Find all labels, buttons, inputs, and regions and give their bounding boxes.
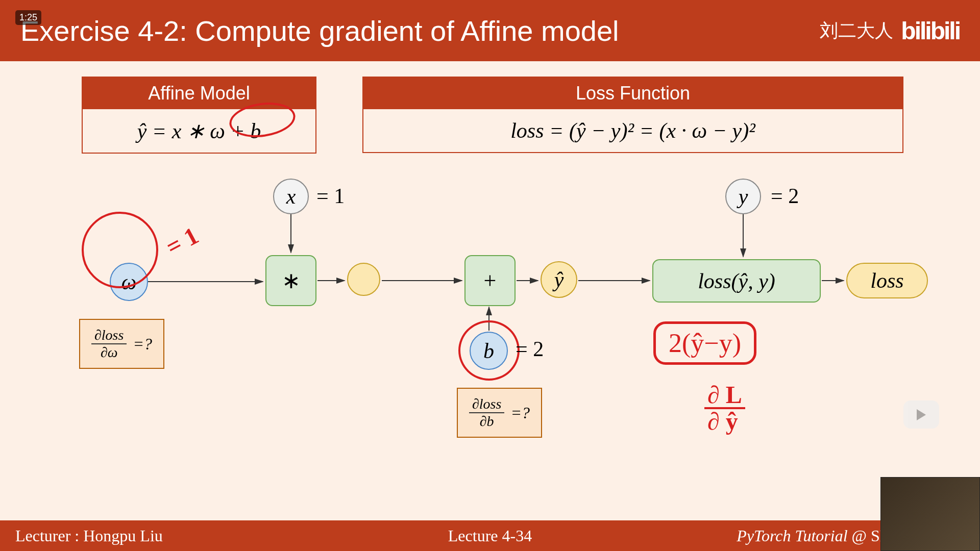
loss-header: Loss Function — [363, 78, 902, 109]
author-name: 刘二大人 — [820, 18, 893, 43]
op-multiply: ∗ — [265, 255, 316, 306]
value-b: = 2 — [516, 337, 544, 361]
annotation-circle-omega — [82, 212, 158, 288]
annotation-frac-top: ∂ L — [704, 383, 745, 409]
op-add: + — [464, 255, 516, 306]
loss-function-box: Loss Function loss = (ŷ − y)² = (x · ω −… — [362, 77, 903, 153]
loss-equation: loss = (ŷ − y)² = (x · ω − y)² — [363, 109, 902, 152]
op-lossfn: loss(ŷ, y) — [652, 259, 821, 303]
slide-content: Affine Model ŷ = x ∗ ω + b Loss Function… — [0, 61, 980, 520]
node-intermediate — [347, 263, 380, 296]
gradient-b-frac: ∂loss ∂b — [469, 396, 504, 430]
computation-graph: ω = 1 x = 1 ∗ + ŷ b = 2 y = 2 loss(ŷ, y)… — [0, 173, 980, 480]
gradient-w-frac: ∂loss ∂ω — [91, 327, 127, 361]
timestamp-badge: 1:25 — [15, 10, 41, 25]
annotation-derivative: 2(ŷ−y) — [653, 321, 756, 365]
slide-title: Exercise 4-2: Compute gradient of Affine… — [20, 14, 619, 47]
node-x: x — [273, 179, 309, 214]
node-y: y — [725, 179, 761, 214]
bilibili-logo-icon: bilibili — [901, 17, 960, 45]
annotation-omega-value: = 1 — [161, 221, 203, 261]
annotation-dL-dyhat: ∂ L ∂ ŷ — [704, 383, 745, 434]
footer-series-italic: PyTorch Tutorial — [737, 527, 847, 545]
gradient-w-den: ∂ω — [97, 344, 121, 361]
gradient-b-box: ∂loss ∂b =? — [457, 388, 542, 438]
value-x: = 1 — [316, 184, 345, 208]
annotation-frac-bot: ∂ ŷ — [704, 409, 745, 434]
value-y: = 2 — [771, 184, 799, 208]
footer-lecturer: Lecturer : Hongpu Liu — [15, 527, 163, 545]
gradient-b-eq: =? — [510, 404, 530, 422]
gradient-b-den: ∂b — [477, 413, 497, 430]
slide-header: Exercise 4-2: Compute gradient of Affine… — [0, 0, 980, 61]
annotation-circle-b — [458, 320, 520, 381]
presenter-webcam — [880, 477, 980, 551]
gradient-b-num: ∂loss — [469, 396, 504, 413]
gradient-w-num: ∂loss — [91, 327, 127, 344]
footer-lecture-number: Lecture 4-34 — [448, 527, 532, 545]
node-yhat: ŷ — [541, 261, 577, 298]
gradient-w-eq: =? — [133, 335, 152, 354]
play-icon[interactable] — [903, 400, 939, 429]
gradient-w-box: ∂loss ∂ω =? — [79, 319, 164, 369]
slide-footer: Lecturer : Hongpu Liu Lecture 4-34 PyTor… — [0, 520, 980, 551]
node-loss-output: loss — [846, 263, 928, 298]
header-right: 刘二大人 bilibili — [820, 17, 960, 45]
